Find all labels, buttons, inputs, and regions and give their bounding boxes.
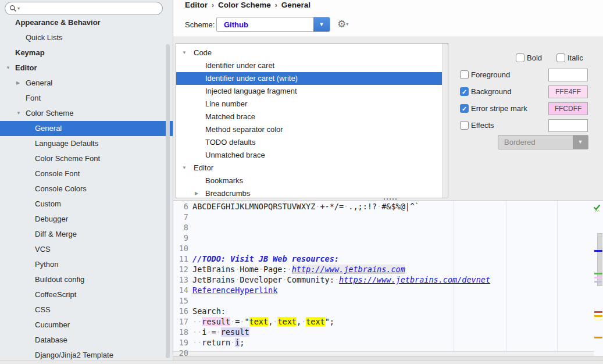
option-item-injected-language-fragment[interactable]: Injected language fragment	[176, 85, 442, 98]
sidebar-item-quick-lists[interactable]: Quick Lists	[0, 30, 173, 45]
option-item-unmatched-brace[interactable]: Unmatched brace	[176, 149, 442, 162]
sidebar-item-editor[interactable]: ▼Editor	[0, 60, 173, 76]
option-item-line-number[interactable]: Line number	[176, 98, 442, 110]
sidebar-item-buildout-config[interactable]: Buildout config	[0, 272, 173, 287]
code-line-17[interactable]: 17··result·=·"text,·text,·text";	[173, 316, 580, 327]
code-segment-p: ,	[297, 317, 301, 326]
sidebar-item-python[interactable]: Python	[0, 257, 173, 272]
effects-color-swatch[interactable]	[548, 119, 588, 132]
error-stripe-mark	[594, 250, 602, 252]
code-line-19[interactable]: 19··return·i;	[173, 337, 580, 348]
code-line-6[interactable]: 6ABCDEFGHIJKLMNOPQRSTUVWXYZ·+-*/=·.,;:!?…	[173, 201, 580, 212]
sidebar-item-general[interactable]: ▶General	[0, 76, 173, 91]
foreground-color-swatch[interactable]	[548, 69, 588, 81]
option-item-label: Code	[194, 48, 212, 57]
sidebar-item-vcs[interactable]: VCS	[0, 242, 173, 257]
code-line-8[interactable]: 8	[173, 222, 580, 233]
foreground-label: Foreground	[471, 70, 510, 79]
chevron-collapsed-icon[interactable]: ▶	[16, 80, 20, 85]
code-line-12[interactable]: 12JetBrains·Home·Page:·http://www.jetbra…	[173, 264, 580, 274]
effects-label: Effects	[471, 121, 494, 130]
chevron-expanded-icon[interactable]: ▼	[16, 110, 21, 116]
options-list-scrollbar[interactable]	[442, 44, 448, 198]
italic-checkbox[interactable]	[556, 53, 565, 62]
code-line-20[interactable]: 20	[173, 348, 580, 356]
bold-checkbox[interactable]	[516, 53, 524, 62]
option-item-identifier-under-caret-write[interactable]: Identifier under caret (write)	[176, 72, 442, 85]
code-line-13[interactable]: 13JetBrains·Developer·Community:·https:/…	[173, 274, 580, 285]
search-input[interactable]: ▾	[5, 2, 163, 15]
sidebar-item-custom[interactable]: Custom	[0, 197, 173, 212]
background-color-swatch[interactable]: FFE4FF	[548, 85, 588, 98]
chevron-down-icon: ▼	[573, 135, 588, 149]
code-segment-write: result	[202, 317, 230, 326]
breadcrumb-color-scheme[interactable]: Color Scheme	[218, 1, 271, 9]
scheme-value: Github	[224, 20, 248, 29]
code-line-15[interactable]: 15	[173, 295, 580, 306]
chevron-down-icon[interactable]: ▼	[313, 17, 330, 31]
option-item-editor[interactable]: ▼Editor	[176, 162, 442, 174]
code-line-16[interactable]: 16Search:	[173, 306, 580, 316]
option-item-code[interactable]: ▼Code	[176, 47, 442, 59]
sidebar-item-label: Language Defaults	[35, 139, 98, 148]
sidebar-item-label: Appearance & Behavior	[15, 18, 101, 27]
option-item-method-separator-color[interactable]: Method separator color	[176, 123, 442, 136]
option-item-breadcrumbs[interactable]: ▶Breadcrumbs	[176, 187, 442, 198]
effects-checkbox[interactable]	[460, 121, 469, 130]
search-options-caret-icon[interactable]: ▾	[17, 6, 20, 11]
effects-type-select[interactable]: Bordered ▼	[498, 135, 588, 149]
sidebar-item-debugger[interactable]: Debugger	[0, 212, 173, 227]
chevron-expanded-icon[interactable]: ▼	[182, 50, 187, 55]
sidebar-item-appearance-behavior[interactable]: Appearance & Behavior	[0, 15, 173, 30]
code-line-14[interactable]: 14ReferenceHyperlink	[173, 285, 580, 295]
option-item-identifier-under-caret[interactable]: Identifier under caret	[176, 59, 442, 72]
code-segment-p: .,;:!?	[348, 202, 377, 211]
scheme-select[interactable]: Github ▼	[216, 17, 330, 32]
sidebar-item-general[interactable]: General	[0, 121, 173, 136]
sidebar-item-keymap[interactable]: Keymap	[0, 45, 173, 60]
error-stripe-mark-checkbox[interactable]: ✓	[460, 104, 469, 113]
code-segment-p: JetBrains	[192, 275, 235, 284]
sidebar-item-language-defaults[interactable]: Language Defaults	[0, 136, 173, 151]
option-item-matched-brace[interactable]: Matched brace	[176, 110, 442, 123]
gear-icon[interactable]: ⚙▾	[337, 18, 348, 30]
code-line-11[interactable]: 11//TODO: Visit JB Web resources:	[173, 254, 580, 264]
sidebar-item-console-font[interactable]: Console Font	[0, 166, 173, 181]
sidebar-item-coffeescript[interactable]: CoffeeScript	[0, 287, 173, 302]
sidebar-item-color-scheme-font[interactable]: Color Scheme Font	[0, 151, 173, 166]
code-line-10[interactable]: 10	[173, 243, 580, 254]
sidebar-item-css[interactable]: CSS	[0, 302, 173, 317]
chevron-expanded-icon[interactable]: ▼	[6, 65, 10, 70]
breadcrumb-general[interactable]: General	[281, 1, 311, 9]
sidebar-item-font[interactable]: Font	[0, 91, 173, 106]
line-number: 13	[173, 274, 188, 285]
option-item-label: Identifier under caret (write)	[205, 74, 298, 83]
code-segment-p: return	[202, 338, 230, 347]
option-item-todo-defaults[interactable]: TODO defaults	[176, 136, 442, 149]
sidebar-item-label: General	[35, 124, 62, 133]
sidebar-item-console-colors[interactable]: Console Colors	[0, 181, 173, 197]
option-item-label: Breadcrumbs	[205, 189, 250, 198]
foreground-checkbox[interactable]	[460, 70, 469, 79]
dialog-bottom-strip	[0, 361, 603, 364]
sidebar-item-cucumber[interactable]: Cucumber	[0, 317, 173, 333]
chevron-expanded-icon[interactable]: ▼	[182, 165, 187, 170]
breadcrumb-editor[interactable]: Editor	[185, 1, 208, 9]
code-preview[interactable]: 6ABCDEFGHIJKLMNOPQRSTUVWXYZ·+-*/=·.,;:!?…	[173, 200, 603, 356]
chevron-collapsed-icon[interactable]: ▶	[195, 191, 198, 196]
sidebar-item-database[interactable]: Database	[0, 333, 173, 348]
error-stripe-mark-color-swatch[interactable]: FFCDFF	[548, 102, 588, 115]
breadcrumb: Editor›Color Scheme›General	[185, 1, 311, 9]
code-line-9[interactable]: 9	[173, 233, 580, 243]
sidebar-item-label: VCS	[35, 245, 51, 254]
background-checkbox[interactable]: ✓	[460, 87, 469, 96]
error-stripe-mark	[594, 311, 602, 313]
option-item-label: Matched brace	[205, 112, 255, 121]
sidebar-item-diff-merge[interactable]: Diff & Merge	[0, 227, 173, 242]
code-line-7[interactable]: 7	[173, 212, 580, 222]
option-item-bookmarks[interactable]: Bookmarks	[176, 174, 442, 187]
sidebar-item-color-scheme[interactable]: ▼Color Scheme	[0, 106, 173, 121]
sidebar-scrollbar[interactable]	[166, 44, 170, 358]
code-line-18[interactable]: 18··i·=·result	[173, 327, 580, 337]
sidebar-item-label: Django/Jinja2 Template	[35, 351, 113, 359]
